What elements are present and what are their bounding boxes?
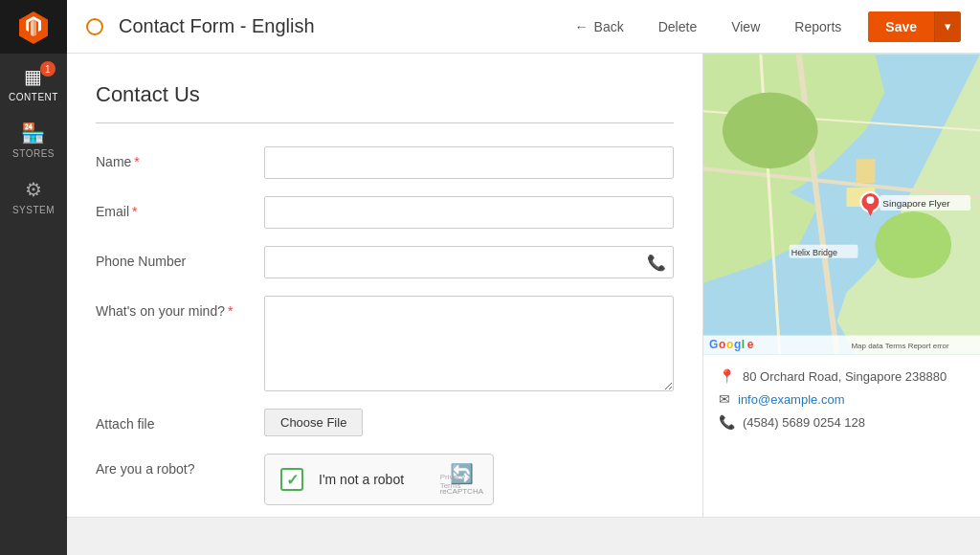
status-indicator <box>86 18 103 35</box>
svg-text:g: g <box>734 338 741 351</box>
phone-field-row: Phone Number 📞 <box>96 246 674 278</box>
recaptcha-footer: Privacy - Terms <box>440 473 476 490</box>
svg-text:Helix Bridge: Helix Bridge <box>791 248 837 257</box>
reports-label: Reports <box>794 19 841 34</box>
email-input[interactable] <box>264 196 674 229</box>
svg-text:l: l <box>742 338 745 351</box>
form-section: Contact Us Name* Email* Phone Number <box>67 54 702 517</box>
view-button[interactable]: View <box>724 13 768 40</box>
email-label: Email* <box>96 196 249 219</box>
bottom-bar <box>67 517 980 555</box>
phone-row: 📞 (4584) 5689 0254 128 <box>719 414 965 430</box>
choose-file-button[interactable]: Choose File <box>264 409 363 436</box>
svg-point-14 <box>866 196 874 204</box>
sidebar: ▦ CONTENT 1 🏪 STORES ⚙ SYSTEM <box>0 0 67 555</box>
delete-button[interactable]: Delete <box>651 13 704 40</box>
page-title: Contact Form - English <box>119 15 552 37</box>
back-label: Back <box>594 19 624 34</box>
name-field-row: Name* <box>96 146 674 179</box>
phone-label: Phone Number <box>96 246 249 269</box>
sidebar-item-system-label: SYSTEM <box>12 205 55 215</box>
robot-label: Are you a robot? <box>96 454 249 477</box>
email-row: ✉ info@example.com <box>719 391 965 407</box>
phone-map-icon: 📞 <box>719 414 735 430</box>
header-actions: ← Back Delete View Reports Save ▾ <box>568 11 961 42</box>
phone-text: (4584) 5689 0254 128 <box>743 415 865 430</box>
svg-text:Singapore Flyer: Singapore Flyer <box>882 198 950 209</box>
recaptcha-checkbox[interactable]: ✓ <box>280 468 303 491</box>
svg-text:G: G <box>709 338 718 351</box>
recaptcha-widget[interactable]: ✓ I'm not a robot 🔄 reCAPTCHA Privacy - … <box>264 454 494 505</box>
content-area: Contact Us Name* Email* Phone Number <box>67 54 980 517</box>
checkmark-icon: ✓ <box>286 471 299 489</box>
back-arrow-icon: ← <box>575 19 589 34</box>
sidebar-logo <box>0 0 67 54</box>
header: Contact Form - English ← Back Delete Vie… <box>67 0 980 54</box>
svg-rect-11 <box>856 159 875 183</box>
message-label: What's on your mind?* <box>96 296 249 319</box>
svg-text:e: e <box>747 338 754 351</box>
attach-file-row: Attach file Choose File <box>96 409 674 436</box>
name-required-star: * <box>134 154 139 169</box>
address-row: 📍 80 Orchard Road, Singapore 238880 <box>719 368 965 384</box>
location-pin-icon: 📍 <box>719 368 735 384</box>
map-section: Singapore Flyer Helix Bridge G o o g l e… <box>702 54 980 517</box>
svg-text:Map data  Terms  Report error: Map data Terms Report error <box>851 342 949 350</box>
recaptcha-label: I'm not a robot <box>319 472 404 487</box>
map-image: Singapore Flyer Helix Bridge G o o g l e… <box>703 54 980 355</box>
delete-label: Delete <box>658 19 697 34</box>
name-label: Name* <box>96 146 249 169</box>
form-title: Contact Us <box>96 82 674 107</box>
svg-point-8 <box>723 92 818 168</box>
save-button[interactable]: Save <box>868 11 934 42</box>
svg-text:o: o <box>726 338 733 351</box>
recaptcha-logo: 🔄 reCAPTCHA Privacy - Terms <box>440 462 483 496</box>
name-input[interactable] <box>264 146 674 179</box>
map-container: Singapore Flyer Helix Bridge G o o g l e… <box>703 54 980 355</box>
sidebar-item-content-label: CONTENT <box>9 92 58 102</box>
recaptcha-row: Are you a robot? ✓ I'm not a robot 🔄 reC… <box>96 454 674 505</box>
save-button-group: Save ▾ <box>868 11 961 42</box>
message-textarea[interactable] <box>264 296 674 391</box>
magento-logo-icon <box>16 10 51 44</box>
phone-input-wrapper: 📞 <box>264 246 674 278</box>
reports-button[interactable]: Reports <box>787 13 849 40</box>
phone-icon: 📞 <box>647 254 666 272</box>
phone-input[interactable] <box>264 246 674 278</box>
content-badge: 1 <box>40 61 56 77</box>
email-link[interactable]: info@example.com <box>738 392 844 407</box>
message-required-star: * <box>228 303 233 319</box>
save-dropdown-button[interactable]: ▾ <box>934 11 961 42</box>
sidebar-item-system[interactable]: ⚙ SYSTEM <box>0 166 67 223</box>
email-icon: ✉ <box>719 391 730 407</box>
stores-icon: 🏪 <box>21 122 46 144</box>
sidebar-item-content[interactable]: ▦ CONTENT 1 <box>0 54 67 110</box>
map-info: 📍 80 Orchard Road, Singapore 238880 ✉ in… <box>703 355 980 443</box>
main-area: Contact Form - English ← Back Delete Vie… <box>67 0 980 555</box>
address-text: 80 Orchard Road, Singapore 238880 <box>743 369 947 384</box>
svg-text:o: o <box>719 338 725 351</box>
attach-label: Attach file <box>96 409 249 432</box>
email-field-row: Email* <box>96 196 674 229</box>
back-button[interactable]: ← Back <box>568 13 632 40</box>
email-required-star: * <box>132 204 137 219</box>
view-label: View <box>731 19 760 34</box>
svg-point-9 <box>875 211 951 278</box>
form-divider <box>96 122 674 123</box>
system-icon: ⚙ <box>25 178 43 201</box>
sidebar-item-stores[interactable]: 🏪 STORES <box>0 110 67 166</box>
message-field-row: What's on your mind?* <box>96 296 674 391</box>
sidebar-item-stores-label: STORES <box>12 148 55 159</box>
chevron-down-icon: ▾ <box>945 19 951 33</box>
